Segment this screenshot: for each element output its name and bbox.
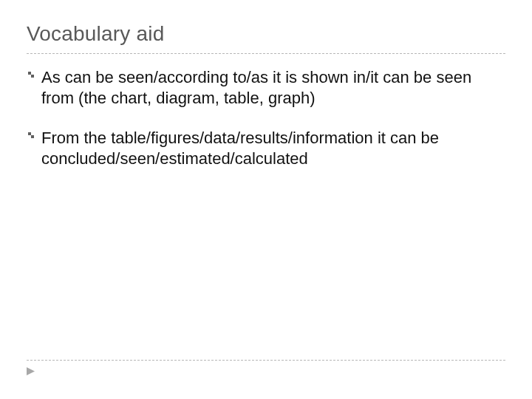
play-icon — [27, 367, 35, 375]
bullet-text: From the table/figures/data/results/info… — [41, 128, 505, 169]
footer-divider — [27, 360, 505, 361]
title-divider — [27, 53, 505, 54]
slide-title: Vocabulary aid — [27, 22, 505, 46]
svg-marker-0 — [27, 367, 35, 375]
list-item: As can be seen/according to/as it is sho… — [27, 67, 505, 109]
title-block: Vocabulary aid — [27, 22, 505, 54]
footer — [27, 360, 505, 378]
slide: Vocabulary aid As can be seen/according … — [0, 0, 532, 399]
bullet-text: As can be seen/according to/as it is sho… — [41, 67, 505, 109]
bullet-icon — [27, 131, 41, 140]
bullet-icon — [27, 70, 41, 79]
content-area: As can be seen/according to/as it is sho… — [27, 67, 505, 170]
list-item: From the table/figures/data/results/info… — [27, 128, 505, 169]
